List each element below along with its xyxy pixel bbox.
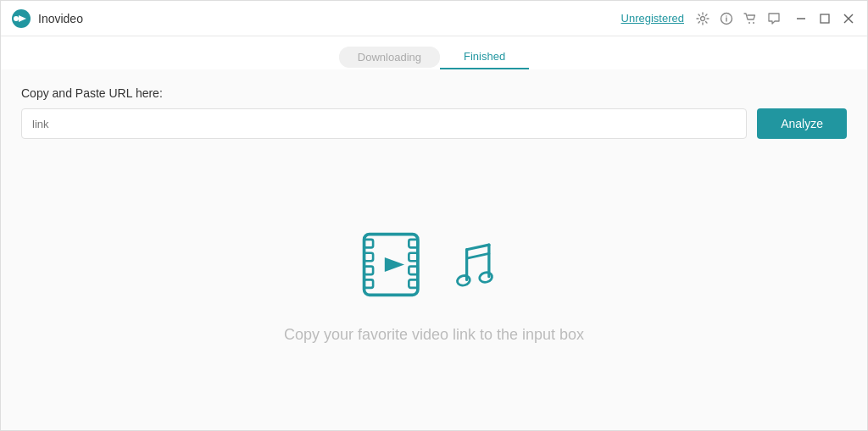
svg-point-3 [701,16,705,20]
tab-finished[interactable]: Finished [440,45,529,69]
settings-icon[interactable] [694,10,711,27]
close-button[interactable] [840,10,857,27]
empty-state-message: Copy your favorite video link to the inp… [284,326,584,344]
minimize-button[interactable] [793,10,810,27]
window-controls [793,10,857,27]
titlebar: Inovideo Unregistered [1,1,867,36]
svg-point-7 [748,22,750,24]
app-window: Inovideo Unregistered [0,0,868,431]
film-icon [355,225,436,306]
app-title: Inovideo [38,12,83,25]
chat-icon[interactable] [765,10,782,27]
svg-point-6 [726,15,726,16]
svg-line-25 [467,253,489,258]
maximize-button[interactable] [816,10,833,27]
svg-point-27 [456,274,470,287]
svg-point-8 [753,22,754,24]
tabbar: Downloading Finished [1,36,867,69]
svg-rect-10 [821,14,829,23]
music-icon [449,234,513,297]
svg-line-24 [467,245,489,250]
unregistered-link[interactable]: Unregistered [621,12,684,25]
svg-point-28 [478,271,492,284]
svg-marker-22 [385,257,404,272]
titlebar-icons [694,10,782,27]
analyze-button[interactable]: Analyze [757,108,847,139]
url-input[interactable] [21,108,747,139]
url-row: Analyze [21,108,847,139]
tab-downloading[interactable]: Downloading [339,47,440,68]
main-content: Copy and Paste URL here: Analyze [1,69,867,430]
app-branding: Inovideo [11,8,83,29]
cart-icon[interactable] [742,10,759,27]
app-logo [11,8,31,29]
info-icon[interactable] [718,10,735,27]
empty-state: Copy your favorite video link to the inp… [21,156,847,413]
url-label: Copy and Paste URL here: [21,86,847,100]
svg-point-2 [14,16,19,21]
titlebar-right: Unregistered [621,10,857,27]
empty-icon-group [355,225,513,306]
